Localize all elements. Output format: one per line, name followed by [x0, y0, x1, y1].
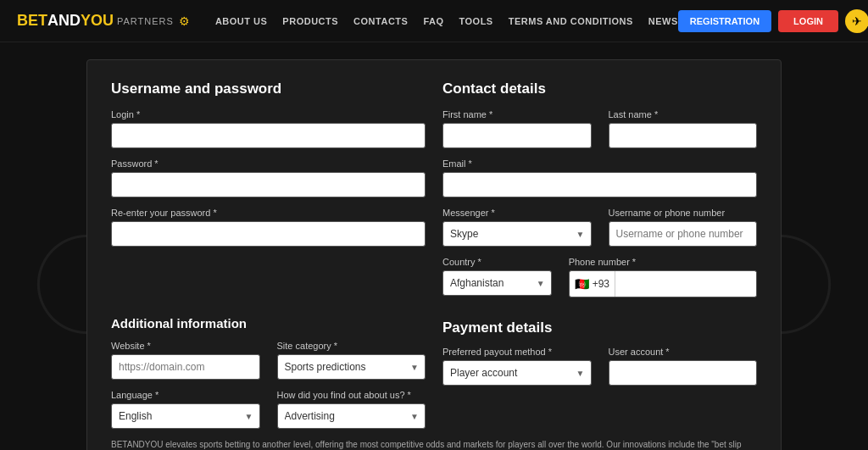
howdid-select[interactable]: Advertising Friend Search engine Social … — [277, 403, 426, 429]
reenter-password-input[interactable] — [111, 221, 426, 247]
top-form-row: Username and password Login * Password *… — [111, 81, 757, 308]
logo-partners: PARTNERS — [117, 16, 174, 26]
country-label: Country * — [442, 257, 552, 267]
contact-section: Contact details First name * Last name *… — [442, 81, 757, 308]
preferred-payout-label: Preferred payout method * — [442, 347, 592, 357]
country-select[interactable]: Afghanistan Albania Algeria — [442, 270, 552, 296]
lastname-field-group: Last name * — [609, 109, 758, 148]
nav-actions: REGISTRATION LOGIN ✈ 🌐 EN ▾ — [678, 9, 868, 33]
email-input[interactable] — [442, 172, 757, 197]
username-phone-label: Username or phone number — [609, 208, 758, 218]
terms-description: BETANDYOU elevates sports betting to ano… — [111, 439, 757, 450]
user-account-label: User account * — [609, 347, 758, 357]
nav-products[interactable]: PRODUCTS — [282, 16, 338, 26]
reenter-password-label: Re-enter your password * — [111, 208, 426, 218]
navbar: BETANDYOU PARTNERS ⚙ ABOUT US PRODUCTS C… — [0, 0, 868, 42]
username-section-title: Username and password — [111, 81, 426, 97]
messenger-select[interactable]: Skype Telegram WhatsApp Viber — [442, 221, 592, 247]
nav-news[interactable]: NEWS — [648, 16, 678, 26]
payment-section-title: Payment details — [442, 319, 757, 336]
phone-field-group: Phone number * 🇦🇫 +93 — [569, 257, 757, 297]
language-label: Language * — [111, 390, 260, 400]
additional-section: Additional information Website * Site ca… — [111, 316, 426, 439]
site-category-wrapper: Sports predictions Casino Poker Other ▼ — [277, 354, 426, 380]
site-category-select[interactable]: Sports predictions Casino Poker Other — [277, 354, 426, 380]
reenter-password-field-group: Re-enter your password * — [111, 208, 426, 247]
nav-about[interactable]: ABOUT US — [215, 16, 267, 26]
country-phone-row: Country * Afghanistan Albania Algeria ▼ … — [442, 257, 757, 308]
nav-links: ABOUT US PRODUCTS CONTACTS FAQ TOOLS TER… — [215, 16, 678, 26]
phone-prefix: +93 — [593, 278, 609, 290]
login-field-group: Login * — [111, 109, 426, 148]
preferred-payout-wrapper: Player account Bank transfer Crypto ▼ — [442, 360, 592, 386]
howdid-wrapper: Advertising Friend Search engine Social … — [277, 403, 426, 429]
registration-button[interactable]: REGISTRATION — [678, 10, 771, 32]
registration-form: Username and password Login * Password *… — [86, 59, 782, 450]
nav-tools[interactable]: TOOLS — [459, 16, 493, 26]
logo[interactable]: BETANDYOU PARTNERS ⚙ — [17, 12, 190, 30]
language-field-group: Language * English Russian Spanish ▼ — [111, 390, 260, 429]
payment-section: Payment details Preferred payout method … — [442, 316, 757, 439]
howdid-label: How did you find out about us? * — [277, 390, 426, 400]
login-input[interactable] — [111, 123, 426, 148]
password-input[interactable] — [111, 172, 426, 197]
username-phone-field-group: Username or phone number — [609, 208, 758, 247]
site-category-label: Site category * — [277, 341, 426, 351]
bottom-form-area: Additional information Website * Site ca… — [111, 316, 757, 450]
additional-section-title: Additional information — [111, 316, 426, 331]
website-field-group: Website * — [111, 341, 260, 380]
logo-and: AND — [47, 12, 81, 30]
phone-label: Phone number * — [569, 257, 757, 267]
password-label: Password * — [111, 158, 426, 169]
main-content: Username and password Login * Password *… — [0, 42, 868, 450]
telegram-button[interactable]: ✈ — [845, 9, 868, 33]
flag-icon: 🇦🇫 — [575, 277, 589, 291]
contact-section-title: Contact details — [442, 81, 757, 97]
email-label: Email * — [442, 158, 757, 169]
lastname-label: Last name * — [609, 109, 758, 119]
phone-flag-prefix: 🇦🇫 +93 — [570, 271, 615, 297]
nav-terms[interactable]: TERMS AND CONDITIONS — [509, 16, 633, 26]
country-field-group: Country * Afghanistan Albania Algeria ▼ — [442, 257, 552, 297]
user-account-field-group: User account * — [609, 347, 758, 386]
messenger-label: Messenger * — [442, 208, 592, 218]
firstname-field-group: First name * — [442, 109, 592, 148]
language-select[interactable]: English Russian Spanish — [111, 403, 260, 429]
preferred-payout-field-group: Preferred payout method * Player account… — [442, 347, 592, 386]
email-field-group: Email * — [442, 158, 757, 197]
lang-howdid-row: Language * English Russian Spanish ▼ — [111, 390, 426, 439]
phone-input[interactable] — [615, 272, 756, 296]
username-phone-input[interactable] — [609, 221, 758, 247]
password-field-group: Password * — [111, 158, 426, 197]
payment-row: Preferred payout method * Player account… — [442, 347, 757, 396]
howdid-field-group: How did you find out about us? * Adverti… — [277, 390, 426, 429]
settings-icon: ⚙ — [179, 14, 190, 28]
name-row: First name * Last name * — [442, 109, 757, 158]
site-category-field-group: Site category * Sports predictions Casin… — [277, 341, 426, 380]
website-label: Website * — [111, 341, 260, 351]
login-button[interactable]: LOGIN — [778, 10, 838, 32]
messenger-row: Messenger * Skype Telegram WhatsApp Vibe… — [442, 208, 757, 257]
messenger-select-wrapper: Skype Telegram WhatsApp Viber ▼ — [442, 221, 592, 247]
logo-bet: BET — [17, 12, 47, 30]
messenger-field-group: Messenger * Skype Telegram WhatsApp Vibe… — [442, 208, 592, 247]
language-wrapper: English Russian Spanish ▼ — [111, 403, 260, 429]
username-section: Username and password Login * Password *… — [111, 81, 426, 308]
preferred-payout-select[interactable]: Player account Bank transfer Crypto — [442, 360, 592, 386]
logo-you: YOU — [81, 12, 114, 30]
firstname-label: First name * — [442, 109, 592, 119]
nav-faq[interactable]: FAQ — [423, 16, 443, 26]
phone-input-wrapper: 🇦🇫 +93 — [569, 270, 757, 297]
website-input[interactable] — [111, 354, 260, 380]
firstname-input[interactable] — [442, 123, 592, 148]
login-label: Login * — [111, 109, 426, 119]
country-select-wrapper: Afghanistan Albania Algeria ▼ — [442, 270, 552, 296]
user-account-input[interactable] — [609, 360, 758, 386]
bottom-row: Additional information Website * Site ca… — [111, 316, 757, 439]
nav-contacts[interactable]: CONTACTS — [353, 16, 408, 26]
lastname-input[interactable] — [609, 123, 758, 148]
website-category-row: Website * Site category * Sports predict… — [111, 341, 426, 390]
